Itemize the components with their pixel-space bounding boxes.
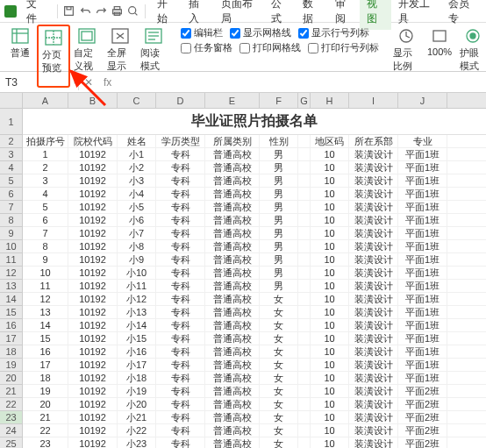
name-box[interactable]: T3 (0, 75, 79, 90)
redo-icon[interactable] (94, 4, 108, 19)
row-header[interactable]: 13 (0, 280, 22, 293)
row-header[interactable]: 4 (0, 161, 22, 174)
column-headers: ABCDEFGHIJ (23, 93, 486, 109)
normal-view-icon (11, 26, 30, 46)
table-row: 610192小6专科普通高校男10装潢设计平面1班 (23, 214, 486, 227)
table-row: 1910192小19专科普通高校女10装潢设计平面2班 (23, 385, 486, 398)
check-打印行号列标[interactable]: 打印行号列标 (308, 41, 379, 54)
divider (145, 4, 146, 18)
table-row: 1210192小12专科普通高校女10装潢设计平面1班 (23, 293, 486, 306)
col-header[interactable]: F (260, 93, 298, 108)
table-row: 2310192小23专科普通高校女10装潢设计平面2班 (23, 437, 486, 448)
row-header[interactable]: 14 (0, 293, 22, 306)
select-all-corner[interactable] (0, 93, 23, 109)
row-header[interactable]: 8 (0, 214, 22, 227)
view-options: 编辑栏显示网格线显示行号列标 任务窗格打印网格线打印行号列标 (177, 25, 382, 56)
table-row: 1610192小16专科普通高校女10装潢设计平面1班 (23, 345, 486, 359)
spreadsheet: ABCDEFGHIJ 12345678910111213141516171819… (0, 93, 486, 448)
row-header[interactable]: 11 (0, 253, 22, 267)
divider (57, 4, 58, 18)
svg-point-23 (470, 33, 475, 39)
page-break-preview-icon (44, 28, 63, 47)
col-header[interactable]: A (23, 93, 68, 108)
row-header[interactable]: 24 (0, 424, 22, 437)
zoom-button[interactable]: 显示比例 (390, 25, 423, 75)
table-row: 2210192小22专科普通高校女10装潢设计平面2班 (23, 424, 486, 437)
svg-rect-1 (65, 7, 74, 16)
table-row: 1010192小10专科普通高校男10装潢设计平面1班 (23, 267, 486, 280)
svg-rect-7 (12, 29, 28, 43)
sheet-title: 毕业证照片拍摄名单 (23, 109, 486, 135)
table-row: 1110192小11专科普通高校男10装潢设计平面1班 (23, 280, 486, 293)
svg-point-6 (129, 7, 136, 14)
svg-rect-21 (433, 31, 446, 41)
cells-area[interactable]: 毕业证照片拍摄名单拍摄序号院校代码姓名学历类型所属类别性别地区码所在系部专业11… (23, 109, 486, 448)
svg-rect-0 (4, 5, 17, 18)
col-header[interactable]: H (311, 93, 349, 108)
row-header[interactable]: 23 (0, 411, 22, 424)
check-编辑栏[interactable]: 编辑栏 (181, 26, 223, 39)
save-icon[interactable] (62, 4, 76, 19)
row-header[interactable]: 12 (0, 267, 22, 280)
row-header[interactable]: 2 (0, 135, 22, 148)
svg-rect-14 (82, 32, 92, 40)
row-header[interactable]: 9 (0, 227, 22, 240)
row-header[interactable]: 10 (0, 240, 22, 253)
formula-input[interactable] (117, 81, 486, 84)
row-header[interactable]: 1 (0, 109, 22, 135)
svg-rect-2 (68, 7, 72, 10)
col-header[interactable]: D (156, 93, 205, 108)
check-任务窗格[interactable]: 任务窗格 (181, 41, 232, 54)
table-row: 710192小7专科普通高校男10装潢设计平面1班 (23, 227, 486, 240)
row-header[interactable]: 20 (0, 372, 22, 385)
table-row: 1810192小18专科普通高校女10装潢设计平面1班 (23, 372, 486, 385)
col-header[interactable]: B (68, 93, 118, 108)
table-row: 910192小9专科普通高校男10装潢设计平面1班 (23, 253, 486, 267)
reading-mode-icon (144, 26, 163, 46)
table-row: 2110192小21专科普通高校女10装潢设计平面2班 (23, 411, 486, 424)
row-header[interactable]: 17 (0, 332, 22, 345)
reading-mode-button[interactable]: 阅读模式 (137, 25, 170, 88)
row-header[interactable]: 19 (0, 359, 22, 372)
undo-icon[interactable] (78, 4, 92, 19)
row-headers: 1234567891011121314151617181920212223242… (0, 109, 23, 448)
col-header[interactable]: I (349, 93, 398, 108)
col-header[interactable]: E (205, 93, 260, 108)
app-icon (4, 4, 18, 19)
row-header[interactable]: 5 (0, 174, 22, 188)
preview-icon[interactable] (126, 4, 140, 19)
fx-icon[interactable]: fx (98, 76, 117, 89)
table-row: 210192小2专科普通高校男10装潢设计平面1班 (23, 161, 486, 174)
table-row: 1410192小14专科普通高校女10装潢设计平面1班 (23, 319, 486, 332)
custom-view-icon (77, 26, 96, 46)
row-header[interactable]: 21 (0, 385, 22, 398)
col-header[interactable]: G (298, 93, 311, 108)
print-icon[interactable] (111, 4, 125, 19)
check-打印网格线[interactable]: 打印网格线 (239, 41, 301, 54)
cancel-icon[interactable]: ✕ (79, 76, 98, 89)
zoom-100-button[interactable]: 100% (423, 25, 456, 75)
row-header[interactable]: 15 (0, 306, 22, 319)
row-header[interactable]: 3 (0, 148, 22, 161)
table-row: 110192小1专科普通高校男10装潢设计平面1班 (23, 148, 486, 161)
row-header[interactable]: 6 (0, 188, 22, 201)
row-header[interactable]: 16 (0, 319, 22, 332)
table-row: 310192小3专科普通高校男10装潢设计平面1班 (23, 174, 486, 188)
col-header[interactable]: J (398, 93, 447, 108)
table-row: 810192小8专科普通高校男10装潢设计平面1班 (23, 240, 486, 253)
eye-protect-button[interactable]: 护眼模式 (456, 25, 486, 75)
check-显示行号列标[interactable]: 显示行号列标 (298, 26, 369, 39)
table-row: 1510192小15专科普通高校女10装潢设计平面1班 (23, 332, 486, 345)
zoom-100-icon (430, 26, 449, 46)
zoom-icon (397, 26, 416, 46)
check-显示网格线[interactable]: 显示网格线 (230, 26, 291, 39)
row-header[interactable]: 25 (0, 437, 22, 448)
table-row: 510192小5专科普通高校男10装潢设计平面1班 (23, 201, 486, 214)
row-header[interactable]: 22 (0, 398, 22, 411)
col-header[interactable]: C (118, 93, 156, 108)
formula-bar: T3 ✕ fx (0, 72, 486, 93)
row-header[interactable]: 18 (0, 345, 22, 359)
row-header[interactable]: 7 (0, 201, 22, 214)
menubar: 文件 开始插入页面布局公式数据审阅视图开发工具会员专 (0, 0, 486, 23)
table-row: 410192小4专科普通高校男10装潢设计平面1班 (23, 188, 486, 201)
